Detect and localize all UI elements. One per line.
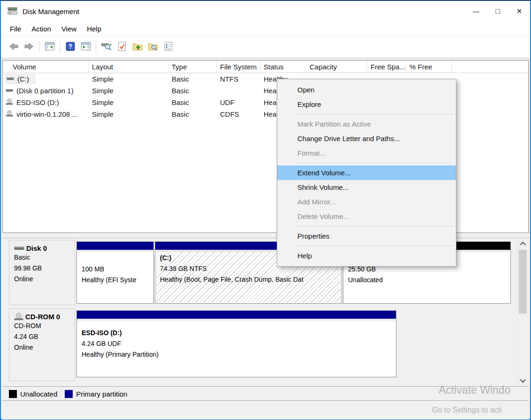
column-header-status[interactable]: Status xyxy=(260,60,306,73)
help-icon: ? xyxy=(65,41,76,54)
scrollbar-thumb[interactable] xyxy=(519,250,527,314)
menu-item-change-drive-letter[interactable]: Change Drive Letter and Paths... xyxy=(277,131,456,146)
context-menu: Open Explore Mark Partition as Active Ch… xyxy=(277,79,456,267)
show-action-pane-button[interactable] xyxy=(78,39,93,55)
partition-band xyxy=(77,242,153,250)
menu-help[interactable]: Help xyxy=(82,23,106,35)
type-cell: Basic xyxy=(168,108,217,120)
scroll-up-button[interactable] xyxy=(518,240,528,248)
menu-item-extend-volume[interactable]: Extend Volume... xyxy=(277,165,456,180)
menu-item-open[interactable]: Open xyxy=(277,82,456,97)
menu-item-properties[interactable]: Properties xyxy=(277,229,456,243)
menu-action[interactable]: Action xyxy=(26,23,56,35)
close-button[interactable]: ✕ xyxy=(508,1,530,22)
vertical-scrollbar[interactable] xyxy=(517,239,528,386)
layout-cell: Simple xyxy=(89,97,168,108)
cdrom0-size: 4.24 GB xyxy=(14,331,75,342)
menu-view[interactable]: View xyxy=(56,23,82,35)
folder-search-icon xyxy=(147,41,159,54)
checklist-button[interactable] xyxy=(160,39,176,55)
menu-separator xyxy=(297,226,453,226)
menu-separator xyxy=(297,114,453,114)
column-header-percentfree[interactable]: % Free xyxy=(406,60,452,73)
cd-icon xyxy=(6,98,13,106)
menu-file[interactable]: File xyxy=(5,23,26,35)
console-tree-icon xyxy=(44,41,55,54)
disk0-status: Online xyxy=(14,274,75,285)
disk-icon xyxy=(6,87,13,95)
unallocated-swatch xyxy=(9,390,17,398)
legend-primary-label: Primary partition xyxy=(76,390,127,398)
toolbar-separator xyxy=(96,41,96,53)
help-button[interactable]: ? xyxy=(62,39,78,55)
partition-size: 100 MB xyxy=(82,264,153,275)
volume-cell: ESD-ISO (D:) xyxy=(3,97,89,108)
menu-separator xyxy=(297,163,453,163)
selected-volume: (C:) xyxy=(6,75,35,83)
column-header-filesystem[interactable]: File System xyxy=(217,60,260,73)
folder-search-button[interactable] xyxy=(145,39,160,55)
volume-name: (C:) xyxy=(17,75,29,83)
action-pane-icon xyxy=(80,41,91,54)
column-header-layout[interactable]: Layout xyxy=(89,60,168,73)
menu-item-help[interactable]: Help xyxy=(277,248,456,263)
partition-size: 4.24 GB UDF xyxy=(82,338,395,349)
primary-partition-swatch xyxy=(65,390,73,398)
disk0-label-panel[interactable]: Disk 0 Basic 99.98 GB Online xyxy=(9,240,75,305)
scroll-down-button[interactable] xyxy=(518,376,528,385)
chevron-up-icon xyxy=(520,242,526,248)
layout-cell: Simple xyxy=(89,73,168,85)
column-header-type[interactable]: Type xyxy=(168,60,217,73)
menu-item-delete-volume: Delete Volume... xyxy=(277,209,456,224)
disk-search-icon xyxy=(101,41,112,54)
chevron-down-icon xyxy=(520,377,526,383)
volume-name: (Disk 0 partition 1) xyxy=(16,87,74,95)
minimize-button[interactable]: — xyxy=(465,1,487,22)
layout-cell: Simple xyxy=(89,108,168,120)
app-disk-icon xyxy=(7,6,18,17)
cdrom0-status: Online xyxy=(14,342,75,353)
maximize-button[interactable]: □ xyxy=(487,1,508,22)
disk-management-window: Disk Management — □ ✕ File Action View H… xyxy=(0,0,531,420)
back-button[interactable] xyxy=(6,39,21,55)
menu-item-explore[interactable]: Explore xyxy=(277,97,456,112)
checklist-icon xyxy=(163,41,174,54)
filesystem-cell: NTFS xyxy=(217,73,260,85)
volume-name: virtio-win-0.1.208 ... xyxy=(16,110,78,118)
partition-status: Healthy (Boot, Page File, Crash Dump, Ba… xyxy=(160,274,341,285)
forward-button[interactable] xyxy=(21,39,37,55)
disk0-name: Disk 0 xyxy=(14,244,75,252)
cdrom0-type: CD-ROM xyxy=(14,321,75,331)
rescan-disks-button[interactable] xyxy=(99,39,114,55)
folder-up-icon xyxy=(132,41,143,54)
toolbar-separator xyxy=(60,41,60,53)
cdrom0-label-panel[interactable]: CD-ROM 0 CD-ROM 4.24 GB Online xyxy=(9,308,75,381)
disk-icon xyxy=(7,75,14,83)
column-header-freespace[interactable]: Free Spa... xyxy=(367,60,406,73)
partition-status: Unallocated xyxy=(348,275,510,285)
column-header-capacity[interactable]: Capacity xyxy=(306,60,367,73)
partition-title: ESD-ISO (D:) xyxy=(82,328,395,338)
column-header-volume[interactable]: Volume xyxy=(3,60,89,73)
window-controls: — □ ✕ xyxy=(465,1,530,22)
partition-esd-iso[interactable]: ESD-ISO (D:) 4.24 GB UDF Healthy (Primar… xyxy=(76,310,396,377)
menu-item-add-mirror: Add Mirror... xyxy=(277,195,456,209)
check-disk-button[interactable] xyxy=(114,39,129,55)
volume-cell: (C:) xyxy=(3,73,89,85)
svg-text:?: ? xyxy=(68,43,72,50)
partition-efi[interactable]: 100 MB Healthy (EFI Syste xyxy=(76,241,154,304)
menubar: File Action View Help xyxy=(1,22,530,36)
forward-icon xyxy=(23,41,35,54)
legend-unallocated-label: Unallocated xyxy=(20,390,57,398)
volume-cell: (Disk 0 partition 1) xyxy=(3,85,89,97)
filesystem-cell: CDFS xyxy=(217,108,260,120)
type-cell: Basic xyxy=(168,73,217,85)
window-title: Disk Management xyxy=(23,8,79,15)
activate-windows-watermark-sub: Go to Settings to acti xyxy=(432,406,502,414)
toolbar: ? xyxy=(1,36,530,58)
layout-cell: Simple xyxy=(89,85,168,97)
menu-item-shrink-volume[interactable]: Shrink Volume... xyxy=(277,180,456,195)
folder-upload-button[interactable] xyxy=(129,39,145,55)
partition-status: Healthy (Primary Partition) xyxy=(82,349,395,360)
show-console-tree-button[interactable] xyxy=(42,39,57,55)
